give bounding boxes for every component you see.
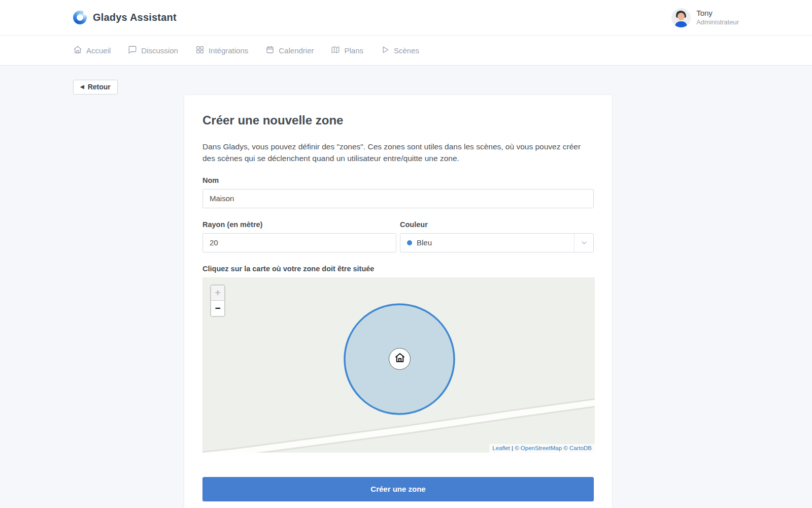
color-select[interactable]: Bleu [400,233,594,252]
app-title: Gladys Assistant [93,12,177,23]
nav-item-plans[interactable]: Plans [331,45,363,56]
back-button[interactable]: ◀ Retour [73,80,118,94]
zone-map[interactable]: + − Leaflet | © OpenStreetMap © CartoDB [202,277,595,453]
radius-label: Rayon (en mètre) [202,220,396,229]
apps-icon [195,45,205,56]
gladys-logo-icon [73,11,87,24]
map-icon [331,45,340,56]
cartodb-link[interactable]: © CartoDB [563,445,592,451]
calendar-icon [265,45,275,56]
message-icon [128,45,137,56]
house-icon [394,352,406,366]
user-role: Administrateur [696,18,739,26]
create-zone-card: Créer une nouvelle zone Dans Gladys, vou… [184,94,613,508]
play-icon [381,45,390,56]
user-name: Tony [696,9,739,18]
zone-description: Dans Gladys, vous pouvez définir des "zo… [202,141,593,165]
avatar [671,8,691,27]
zone-radius-input[interactable] [202,233,396,252]
map-attribution: Leaflet | © OpenStreetMap © CartoDB [489,444,595,453]
zoom-in-button[interactable]: + [211,285,224,301]
nav-item-calendrier[interactable]: Calendrier [265,45,314,56]
map-instruction-label: Cliquez sur la carte où votre zone doit … [202,265,594,273]
brand[interactable]: Gladys Assistant [73,11,177,24]
create-zone-button[interactable]: Créer une zone [202,477,594,501]
name-label: Nom [202,176,594,184]
zone-name-input[interactable] [202,189,594,208]
nav-item-integrations[interactable]: Intégrations [195,45,248,56]
nav-item-scenes[interactable]: Scènes [381,45,419,56]
leaflet-link[interactable]: Leaflet [492,445,510,451]
main-navbar: Accueil Discussion Intégrations Calendri… [0,36,812,66]
color-label: Couleur [400,220,594,229]
back-arrow-icon: ◀ [80,84,84,89]
color-selected-value: Bleu [417,238,432,247]
chevron-down-icon [574,234,593,252]
home-icon [73,45,82,56]
app-header: Gladys Assistant Tony Administrateur [0,0,812,36]
map-zoom-control: + − [210,284,225,317]
openstreetmap-link[interactable]: © OpenStreetMap [515,445,562,451]
zone-center-marker[interactable] [389,348,411,370]
user-menu[interactable]: Tony Administrateur [671,8,739,27]
zoom-out-button[interactable]: − [211,301,224,316]
page-title: Créer une nouvelle zone [202,113,594,128]
nav-item-discussion[interactable]: Discussion [128,45,178,56]
nav-item-accueil[interactable]: Accueil [73,45,111,56]
color-dot-icon [407,240,412,245]
